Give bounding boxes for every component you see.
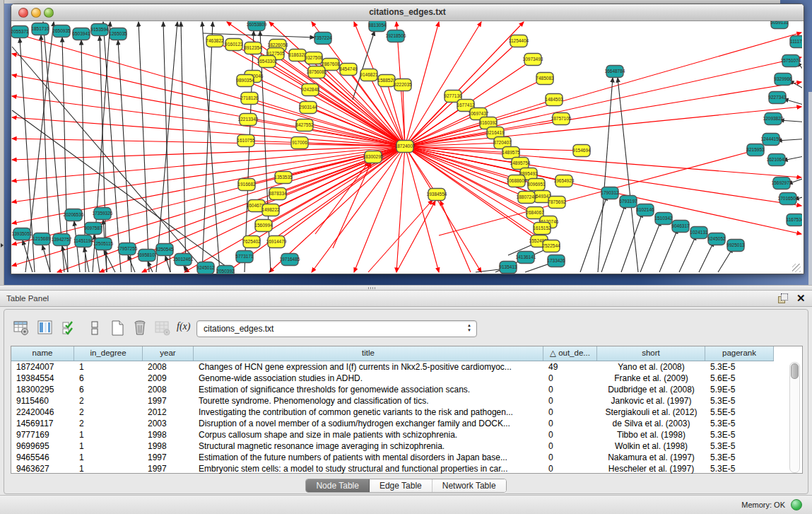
network-node[interactable]: 9227343 bbox=[768, 92, 787, 104]
network-node[interactable]: 9242848 bbox=[301, 84, 319, 96]
network-node[interactable]: 18807249 bbox=[517, 192, 537, 204]
network-canvas[interactable]: 2055371185171026509356503941915359412650… bbox=[11, 21, 802, 274]
table-body[interactable]: 1872400712008Changes of HCN gene express… bbox=[11, 361, 774, 474]
network-node[interactable]: 2903144 bbox=[299, 102, 317, 114]
network-node[interactable]: 9046317 bbox=[671, 221, 690, 233]
network-node[interactable]: 8250545 bbox=[155, 244, 174, 256]
network-node[interactable]: 16210643 bbox=[767, 154, 787, 166]
new-column-icon[interactable] bbox=[109, 320, 126, 337]
network-node[interactable]: 16648784 bbox=[605, 66, 625, 78]
network-node[interactable]: 14136141 bbox=[516, 252, 536, 264]
table-row[interactable]: 2242004622012Investigating the contribut… bbox=[11, 407, 774, 418]
network-node[interactable]: 11451194 bbox=[73, 235, 93, 247]
network-node[interactable]: 1353535 bbox=[274, 172, 293, 184]
network-node[interactable]: 9327508 bbox=[305, 52, 323, 64]
network-node[interactable]: 1111753 bbox=[790, 36, 802, 48]
network-node[interactable]: 1024131 bbox=[690, 227, 708, 239]
network-node[interactable]: 1167534 bbox=[787, 214, 802, 226]
column-header-title[interactable]: title bbox=[194, 346, 543, 361]
network-node[interactable]: 1498222 bbox=[261, 204, 280, 216]
network-node[interactable]: 10688609 bbox=[507, 175, 527, 187]
network-node[interactable]: 9135413 bbox=[499, 262, 517, 274]
network-node[interactable]: 12444159 bbox=[761, 134, 782, 146]
network-node[interactable]: 12505115 bbox=[93, 238, 114, 250]
network-node[interactable]: 1215689 bbox=[33, 233, 51, 245]
column-header-short[interactable]: short bbox=[597, 346, 705, 361]
node-attribute-table[interactable]: namein_degreeyeartitle△ out_de...shortpa… bbox=[11, 346, 803, 474]
network-node[interactable]: 6503941 bbox=[72, 28, 90, 40]
network-node[interactable]: 1484503 bbox=[545, 94, 563, 106]
table-source-select[interactable]: citations_edges.txt ▲▼ bbox=[196, 320, 477, 337]
network-node[interactable]: 2055371 bbox=[11, 26, 29, 38]
network-node[interactable]: 19716485 bbox=[280, 254, 300, 266]
column-header-name[interactable]: name bbox=[11, 346, 74, 361]
network-node[interactable]: 8912354 bbox=[244, 42, 262, 54]
network-node[interactable]: 8222035 bbox=[394, 79, 412, 91]
network-node[interactable]: 5059131 bbox=[770, 21, 789, 29]
table-row[interactable]: 969969511998Structural magnetic resonanc… bbox=[11, 440, 774, 452]
network-node[interactable]: 7875692 bbox=[548, 197, 566, 209]
network-node[interactable]: 9153594 bbox=[90, 24, 109, 36]
network-node[interactable]: 11254404 bbox=[509, 35, 529, 47]
tab-edge-table[interactable]: Edge Table bbox=[370, 479, 433, 492]
network-node[interactable]: 9925013 bbox=[726, 240, 745, 252]
panel-splitter[interactable] bbox=[0, 285, 812, 291]
network-node[interactable]: 1790312 bbox=[601, 187, 619, 199]
network-node[interactable]: 8186328 bbox=[288, 49, 307, 62]
close-panel-icon[interactable]: ✕ bbox=[796, 293, 806, 303]
network-node[interactable]: 18300295 bbox=[363, 151, 384, 163]
tab-network-table[interactable]: Network Table bbox=[433, 479, 506, 492]
network-node[interactable]: 18757105 bbox=[551, 113, 572, 125]
table-row[interactable]: 946554611997Estimation of the future num… bbox=[11, 452, 774, 463]
network-node[interactable]: 19654923 bbox=[554, 175, 575, 187]
row-height-icon[interactable] bbox=[86, 320, 103, 337]
network-node[interactable]: 2522544 bbox=[542, 240, 560, 252]
network-node[interactable]: 7625402 bbox=[242, 236, 261, 248]
network-node[interactable]: 9329966 bbox=[774, 74, 792, 86]
network-node[interactable]: 1588520 bbox=[377, 75, 396, 87]
left-panel-collapse-arrow-icon[interactable] bbox=[1, 243, 4, 247]
network-node[interactable]: 1560994 bbox=[254, 220, 273, 232]
table-row[interactable]: 977716911998Corpus callosum shape and si… bbox=[11, 429, 774, 440]
network-node[interactable]: 16053809 bbox=[247, 21, 267, 31]
network-node[interactable]: 1733426 bbox=[547, 255, 565, 267]
network-node[interactable]: 12213343 bbox=[238, 114, 259, 126]
network-node[interactable]: 2050392 bbox=[216, 266, 235, 274]
network-node[interactable]: 8427552 bbox=[295, 119, 314, 132]
network-node[interactable]: 8813054 bbox=[368, 21, 387, 32]
network-node[interactable]: 9245052 bbox=[707, 233, 726, 245]
network-node[interactable]: 1265035 bbox=[109, 28, 127, 40]
network-node[interactable]: 7357224 bbox=[314, 33, 332, 45]
network-node[interactable]: 5773171 bbox=[235, 251, 254, 263]
network-node[interactable]: 17359326 bbox=[93, 208, 113, 220]
window-resize-grip[interactable] bbox=[792, 264, 801, 272]
network-node[interactable]: 10973493 bbox=[523, 54, 543, 66]
network-node[interactable]: 1916682 bbox=[237, 179, 256, 191]
network-node[interactable]: 7463822 bbox=[206, 35, 224, 47]
network-node[interactable]: 9890354 bbox=[236, 75, 254, 87]
network-node[interactable]: 20206536 bbox=[64, 209, 84, 221]
network-node[interactable]: 16914479 bbox=[266, 236, 287, 248]
network-window-titlebar[interactable]: citations_edges.txt bbox=[11, 4, 804, 21]
tab-node-table[interactable]: Node Table bbox=[306, 479, 370, 492]
network-node[interactable]: 19218506 bbox=[386, 30, 406, 42]
network-node[interactable]: 8096951 bbox=[527, 179, 546, 191]
network-node[interactable]: 8215953 bbox=[746, 144, 765, 156]
network-node[interactable]: 9160123 bbox=[225, 39, 243, 51]
float-panel-icon[interactable] bbox=[778, 293, 789, 304]
network-window[interactable]: citations_edges.txt 20553711851710265093… bbox=[11, 4, 804, 274]
table-row[interactable]: 1872400712008Changes of HCN gene express… bbox=[11, 361, 774, 373]
network-node[interactable]: 16958107 bbox=[137, 250, 158, 262]
network-node[interactable]: 12093822 bbox=[763, 113, 784, 125]
network-node[interactable]: 8102146 bbox=[636, 204, 654, 216]
network-node[interactable]: 1610755 bbox=[237, 135, 255, 147]
network-node[interactable]: 1851710 bbox=[31, 23, 49, 35]
network-node[interactable]: 18756085 bbox=[307, 66, 327, 78]
network-node[interactable]: 18724007 bbox=[395, 141, 416, 153]
network-node[interactable]: 8878334 bbox=[269, 188, 287, 200]
table-row[interactable]: 946362711997Embryonic stem cells: a mode… bbox=[11, 463, 774, 474]
network-node[interactable]: 2650935 bbox=[52, 25, 71, 37]
network-node[interactable]: 1615152 bbox=[533, 223, 551, 235]
network-node[interactable]: 15692971 bbox=[772, 177, 792, 189]
network-node[interactable]: 17016504 bbox=[778, 193, 799, 205]
